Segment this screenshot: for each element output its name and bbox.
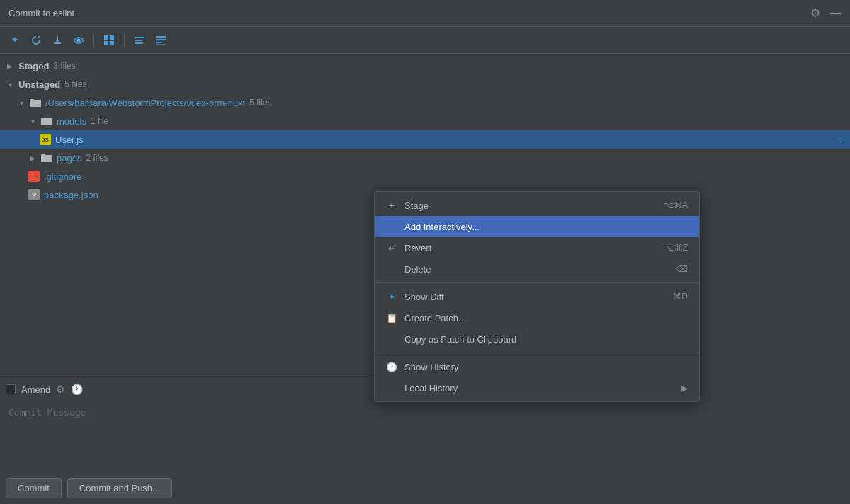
toolbar-align2-button[interactable]	[152, 31, 170, 50]
delete-label: Delete	[404, 264, 669, 275]
staged-chevron: ▶	[6, 62, 14, 70]
path-row[interactable]: ▾ /Users/barbara/WebstormProjects/vuex-o…	[0, 93, 850, 112]
svg-marker-4	[55, 40, 60, 42]
stage-shortcut: ⌥⌘A	[664, 200, 688, 210]
svg-rect-19	[30, 99, 34, 101]
toolbar-separator-1	[94, 33, 94, 47]
local-history-label: Local History	[404, 383, 668, 394]
svg-rect-21	[41, 118, 45, 120]
svg-rect-16	[156, 42, 162, 43]
pages-folder[interactable]: ▶ pages 2 files	[0, 149, 850, 167]
revert-icon: ↩	[386, 243, 397, 253]
menu-item-revert[interactable]: ↩ Revert ⌥⌘Z	[375, 237, 699, 258]
unstaged-section-header[interactable]: ▾ Unstaged 5 files	[0, 75, 850, 93]
amend-row: Amend ⚙ 🕐	[0, 377, 375, 401]
stage-icon: +	[386, 200, 397, 211]
commit-buttons: Commit Commit and Push...	[0, 472, 375, 504]
title-bar: Commit to eslint ⚙ —	[0, 0, 850, 27]
svg-rect-11	[135, 37, 144, 38]
svg-rect-1	[54, 42, 61, 44]
bottom-area: Amend ⚙ 🕐 Commit Message Commit Commit a…	[0, 377, 375, 504]
staged-label: Staged	[18, 61, 49, 71]
pages-folder-icon	[41, 152, 52, 164]
toolbar-grid-button[interactable]	[100, 31, 118, 50]
menu-item-delete[interactable]: Delete ⌫	[375, 258, 699, 280]
toolbar-align1-button[interactable]	[130, 31, 149, 50]
svg-rect-10	[110, 41, 114, 45]
menu-item-stage[interactable]: + Stage ⌥⌘A	[375, 195, 699, 216]
svg-rect-13	[135, 42, 143, 44]
staged-count: 3 files	[53, 61, 75, 71]
toolbar-eye-button[interactable]	[69, 31, 88, 50]
create-patch-label: Create Patch...	[404, 313, 681, 323]
toolbar-download-button[interactable]	[48, 31, 67, 50]
unstaged-label: Unstaged	[18, 79, 60, 90]
menu-item-show-diff[interactable]: ✦ Show Diff ⌘D	[375, 286, 699, 307]
amend-history-icon[interactable]: 🕐	[71, 384, 83, 395]
minimize-icon[interactable]: —	[830, 7, 842, 20]
unstaged-chevron: ▾	[6, 81, 14, 88]
toolbar: ✦	[0, 27, 850, 54]
path-chevron: ▾	[17, 99, 26, 107]
show-diff-label: Show Diff	[404, 292, 666, 302]
revert-label: Revert	[404, 243, 657, 253]
models-folder-icon	[41, 115, 52, 127]
models-count: 1 file	[91, 116, 108, 126]
menu-item-copy-patch[interactable]: Copy as Patch to Clipboard	[375, 328, 699, 350]
add-interactively-label: Add Interactively...	[404, 222, 681, 232]
menu-item-local-history[interactable]: Local History ▶	[375, 377, 699, 399]
gitignore-label: .gitignore	[44, 171, 81, 182]
svg-rect-7	[104, 35, 108, 40]
svg-rect-12	[135, 40, 142, 41]
package-json-label: package.json	[44, 190, 98, 200]
models-chevron: ▾	[28, 118, 37, 125]
toolbar-separator-2	[124, 33, 125, 47]
local-history-arrow: ▶	[681, 383, 688, 394]
path-count: 5 files	[249, 98, 271, 108]
show-diff-icon: ✦	[386, 292, 397, 302]
svg-rect-15	[156, 39, 166, 40]
show-history-icon: 🕐	[386, 362, 397, 372]
menu-item-create-patch[interactable]: 📋 Create Patch...	[375, 307, 699, 328]
svg-rect-23	[41, 154, 45, 156]
show-history-label: Show History	[404, 362, 681, 372]
create-patch-icon: 📋	[386, 313, 397, 323]
amend-settings-icon[interactable]: ⚙	[56, 384, 65, 395]
amend-checkbox[interactable]	[6, 384, 16, 394]
unstaged-count: 5 files	[64, 79, 86, 89]
models-folder[interactable]: ▾ models 1 file	[0, 112, 850, 130]
commit-and-push-button[interactable]: Commit and Push...	[67, 478, 172, 498]
menu-separator-1	[375, 282, 699, 283]
path-label: /Users/barbara/WebstormProjects/vuex-orm…	[45, 98, 245, 108]
user-js-file[interactable]: JS User.js +	[0, 130, 850, 149]
gitignore-file[interactable]: ⛔ .gitignore	[0, 167, 850, 185]
copy-patch-label: Copy as Patch to Clipboard	[404, 334, 681, 345]
context-menu: + Stage ⌥⌘A Add Interactively... ↩ Rever…	[374, 191, 700, 402]
folder-icon	[30, 97, 41, 108]
pages-label: pages	[57, 153, 81, 164]
svg-rect-14	[156, 36, 166, 38]
git-file-icon: ⛔	[28, 171, 40, 182]
revert-shortcut: ⌥⌘Z	[664, 243, 688, 253]
menu-separator-2	[375, 353, 699, 353]
menu-item-show-history[interactable]: 🕐 Show History	[375, 356, 699, 377]
toolbar-refresh-button[interactable]	[27, 31, 45, 50]
settings-icon[interactable]: ⚙	[810, 6, 820, 20]
staged-section-header[interactable]: ▶ Staged 3 files	[0, 57, 850, 75]
show-diff-shortcut: ⌘D	[673, 292, 688, 302]
commit-button[interactable]: Commit	[6, 478, 62, 498]
svg-rect-9	[104, 41, 108, 45]
pkg-file-icon: ⚙	[28, 189, 40, 200]
pages-chevron: ▶	[28, 154, 37, 162]
svg-rect-8	[110, 35, 114, 40]
delete-shortcut: ⌫	[676, 264, 688, 274]
commit-message-area[interactable]: Commit Message	[0, 401, 375, 472]
add-file-icon[interactable]: +	[838, 133, 844, 146]
js-file-icon: JS	[40, 134, 51, 145]
menu-item-add-interactively[interactable]: Add Interactively...	[375, 216, 699, 237]
svg-point-6	[77, 39, 80, 42]
window-title: Commit to eslint	[8, 8, 74, 18]
toolbar-add-button[interactable]: ✦	[6, 31, 24, 50]
svg-text:✦: ✦	[11, 35, 19, 45]
commit-message-placeholder: Commit Message	[6, 404, 370, 420]
